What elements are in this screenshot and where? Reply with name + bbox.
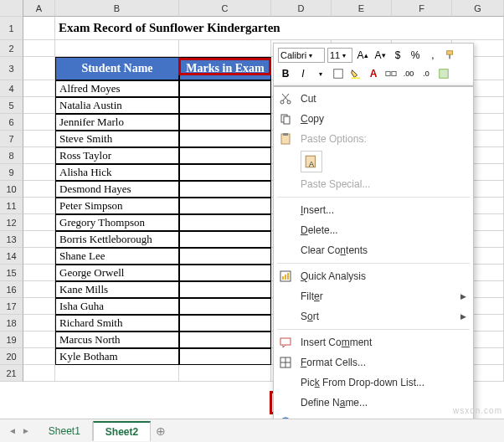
col-header-e[interactable]: E — [332, 0, 392, 17]
col-header-d[interactable]: D — [271, 0, 332, 17]
cell[interactable] — [179, 365, 271, 382]
tab-nav-next-icon[interactable]: ► — [22, 426, 30, 435]
table-header-marks[interactable]: Marks in Exam — [179, 57, 271, 80]
increase-decimal-icon[interactable]: .0 — [419, 66, 434, 81]
cell[interactable] — [23, 315, 55, 332]
font-color-icon[interactable]: A — [366, 66, 381, 81]
menu-quick-analysis[interactable]: Quick Analysis — [274, 266, 473, 286]
menu-insert[interactable]: Insert... — [274, 200, 473, 220]
cell-student-name[interactable]: Jennifer Marlo — [55, 114, 179, 131]
cell-marks[interactable] — [179, 265, 271, 281]
cell-student-name[interactable]: Gregory Thompson — [55, 214, 179, 231]
row-header[interactable]: 21 — [0, 365, 23, 382]
border-icon[interactable] — [331, 66, 346, 81]
tab-sheet2[interactable]: Sheet2 — [93, 421, 151, 441]
comma-icon[interactable]: , — [425, 48, 440, 63]
increase-font-icon[interactable]: A▴ — [355, 48, 370, 63]
cell-student-name[interactable]: Alisha Hick — [55, 164, 179, 181]
cell[interactable] — [23, 265, 55, 281]
menu-format-cells[interactable]: Format Cells... — [274, 352, 473, 373]
menu-delete[interactable]: Delete... — [274, 220, 473, 240]
decrease-decimal-icon[interactable]: .00 — [401, 66, 416, 81]
row-header[interactable]: 12 — [0, 214, 23, 231]
cell[interactable] — [23, 181, 55, 198]
cell-student-name[interactable]: Alfred Moyes — [55, 80, 179, 97]
menu-filter[interactable]: Filter ▶ — [274, 286, 473, 306]
col-header-c[interactable]: C — [179, 0, 271, 17]
row-header[interactable]: 9 — [0, 164, 23, 181]
cell[interactable] — [23, 298, 55, 315]
cell-student-name[interactable]: Kyle Botham — [55, 348, 179, 365]
cell-marks[interactable] — [179, 214, 271, 231]
cell-marks[interactable] — [179, 164, 271, 181]
col-header-b[interactable]: B — [55, 0, 179, 17]
cell[interactable] — [23, 131, 55, 147]
cell[interactable] — [23, 332, 55, 348]
cell-student-name[interactable]: Shane Lee — [55, 248, 179, 265]
cell-marks[interactable] — [179, 114, 271, 131]
cell-title[interactable]: Exam Record of Sunflower Kindergarten — [55, 17, 504, 40]
cell-student-name[interactable]: Ross Taylor — [55, 147, 179, 164]
row-header[interactable]: 6 — [0, 114, 23, 131]
cell-marks[interactable] — [179, 181, 271, 198]
cell[interactable] — [55, 365, 179, 382]
table-header-student[interactable]: Student Name — [55, 57, 179, 80]
row-header[interactable]: 8 — [0, 147, 23, 164]
select-all-corner[interactable] — [0, 0, 23, 17]
format-painter-icon[interactable] — [443, 48, 458, 63]
cell[interactable] — [23, 17, 55, 40]
row-header[interactable]: 3 — [0, 57, 23, 80]
cell[interactable] — [23, 57, 55, 80]
decrease-font-icon[interactable]: A▾ — [373, 48, 388, 63]
cell[interactable] — [23, 281, 55, 298]
cell[interactable] — [23, 214, 55, 231]
cell[interactable] — [23, 348, 55, 365]
cell-marks[interactable] — [179, 315, 271, 332]
row-header[interactable]: 14 — [0, 248, 23, 265]
fill-color-icon[interactable] — [348, 66, 363, 81]
cell[interactable] — [23, 40, 55, 57]
cell-marks[interactable] — [179, 248, 271, 265]
row-header[interactable]: 16 — [0, 281, 23, 298]
cell-marks[interactable] — [179, 332, 271, 348]
merge-icon[interactable] — [383, 66, 399, 81]
cell[interactable] — [23, 80, 55, 97]
row-header[interactable]: 19 — [0, 332, 23, 348]
cell[interactable] — [23, 231, 55, 248]
menu-clear-contents[interactable]: Clear Contents — [274, 240, 473, 260]
cell-marks[interactable] — [179, 80, 271, 97]
menu-copy[interactable]: Copy — [274, 109, 473, 129]
cell-student-name[interactable]: Borris Kettleborough — [55, 231, 179, 248]
row-header[interactable]: 17 — [0, 298, 23, 315]
cell[interactable] — [23, 164, 55, 181]
percent-icon[interactable]: % — [408, 48, 423, 63]
col-header-a[interactable]: A — [23, 0, 55, 17]
row-header[interactable]: 4 — [0, 80, 23, 97]
cell-student-name[interactable]: Kane Mills — [55, 281, 179, 298]
italic-icon[interactable]: I — [296, 66, 311, 81]
currency-icon[interactable]: $ — [390, 48, 405, 63]
col-header-f[interactable]: F — [392, 0, 452, 17]
cell-marks[interactable] — [179, 97, 271, 114]
menu-define-name[interactable]: Define Name... — [274, 393, 473, 413]
cell-marks[interactable] — [179, 131, 271, 147]
cell-marks[interactable] — [179, 147, 271, 164]
cell-student-name[interactable]: Marcus North — [55, 332, 179, 348]
row-header[interactable]: 18 — [0, 315, 23, 332]
font-selector[interactable]: Calibri▾ — [278, 48, 325, 63]
menu-pick-dropdown[interactable]: Pick From Drop-down List... — [274, 373, 473, 393]
cell[interactable] — [23, 198, 55, 214]
tab-nav-prev-icon[interactable]: ◄ — [8, 426, 17, 435]
cell[interactable] — [55, 40, 179, 57]
cell-student-name[interactable]: Isha Guha — [55, 298, 179, 315]
cell-student-name[interactable]: Natalia Austin — [55, 97, 179, 114]
cell[interactable] — [23, 248, 55, 265]
col-header-g[interactable]: G — [452, 0, 504, 17]
cell[interactable] — [23, 114, 55, 131]
cell-marks[interactable] — [179, 198, 271, 214]
menu-cut[interactable]: Cut — [274, 89, 473, 109]
underline-icon[interactable]: ▾ — [313, 66, 328, 81]
paste-option-all[interactable]: A — [301, 151, 322, 172]
cell-marks[interactable] — [179, 231, 271, 248]
menu-insert-comment[interactable]: Insert Comment — [274, 332, 473, 352]
